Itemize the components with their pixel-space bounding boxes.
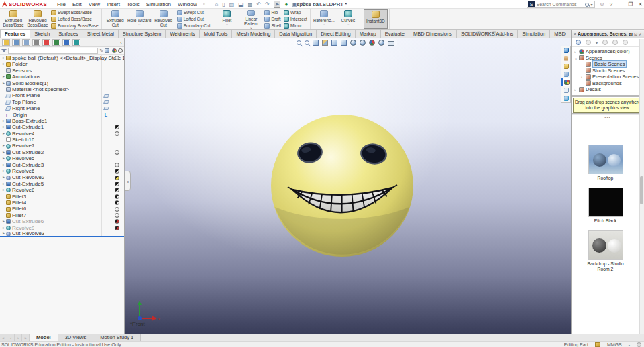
ribbon-button-linear-pattern[interactable]: Linear Pattern⌄	[239, 9, 263, 29]
cube-icon[interactable]	[105, 48, 109, 53]
tab-mbd[interactable]: MBD	[549, 29, 570, 38]
ribbon-button-rib[interactable]: Rib	[264, 9, 280, 15]
display-sphere-black-icon[interactable]	[115, 169, 119, 174]
tree-item-origin[interactable]: LOriginL	[0, 112, 124, 118]
display-sphere-white-icon[interactable]	[115, 207, 119, 212]
expand-arrow-icon[interactable]: ▸	[1, 55, 6, 61]
file-explorer-icon[interactable]	[561, 62, 570, 70]
view-orientation-icon[interactable]	[341, 40, 347, 46]
tree-item-solid-bodies-1-[interactable]: ▸Solid Bodies(1)	[0, 80, 124, 86]
zoom-to-area-icon[interactable]	[305, 40, 309, 45]
display-sphere-black-icon[interactable]	[115, 125, 119, 129]
scene-thumbnail-rooftop[interactable]: Rooftop	[584, 145, 627, 181]
search-input[interactable]	[537, 2, 586, 7]
menu-view[interactable]: View	[85, 1, 103, 7]
rebuild-traffic-light-icon[interactable]: ●	[284, 1, 288, 7]
tree-item-sensors[interactable]: Sensors	[0, 68, 124, 74]
expand-arrow-icon[interactable]: ▸	[1, 155, 6, 161]
doc-restore-icon[interactable]: ❐	[492, 31, 496, 37]
prev-tab-icon[interactable]: ‹	[7, 334, 15, 341]
tab-structure-system[interactable]: Structure System	[118, 29, 166, 38]
tree-filter-input[interactable]	[8, 48, 98, 54]
file-properties-icon[interactable]: ▣	[292, 1, 297, 7]
scene-tree-decals[interactable]: ›Decals	[572, 86, 644, 93]
tree-item-cut-extrude6[interactable]: ▸Cut-Extrude6	[0, 218, 124, 224]
scene-thumbnail-pitch[interactable]: Pitch Black	[584, 188, 627, 224]
open-icon[interactable]: ▤	[229, 1, 235, 7]
menu-simulation[interactable]: Simulation	[143, 1, 174, 7]
tree-item-cut-revolve2[interactable]: ▸Cut-Revolve2	[0, 174, 124, 180]
expand-arrow-icon[interactable]: ›	[574, 88, 579, 92]
tab-mbd-dimensions[interactable]: MBD Dimensions	[409, 29, 457, 38]
tree-item-revolve5[interactable]: ▸Revolve5	[0, 155, 124, 161]
smiley-ball-model[interactable]: x	[125, 38, 571, 335]
ribbon-button-extruded-boss-base[interactable]: Extruded Boss/Base	[1, 9, 25, 29]
dropdown-caret-icon[interactable]: ⌄	[138, 23, 141, 25]
configurationmanager-icon[interactable]	[22, 39, 30, 46]
appearance-sphere-icon[interactable]	[602, 40, 608, 45]
expand-arrow-icon[interactable]: ▸	[1, 181, 6, 187]
edit-appearance-icon[interactable]	[369, 40, 375, 46]
minimize-button[interactable]: —	[617, 1, 623, 7]
ribbon-button-hole-wizard[interactable]: Hole Wizard⌄	[127, 9, 152, 29]
search-commands-box[interactable]: S ▾	[527, 1, 595, 8]
redo-icon[interactable]: ↷	[265, 1, 270, 7]
tree-item-top-plane[interactable]: Top Plane	[0, 99, 124, 105]
expand-arrow-icon[interactable]: ▸	[1, 168, 6, 174]
display-sphere-white-icon[interactable]	[115, 131, 119, 136]
print-icon[interactable]: ▦	[248, 1, 253, 7]
display-sphere-black-icon[interactable]	[115, 200, 119, 205]
tree-item-revolve7[interactable]: ▸Revolve7	[0, 143, 124, 149]
expand-arrow-icon[interactable]: ▸	[1, 143, 6, 149]
tab-markup[interactable]: Markup	[355, 29, 381, 38]
display-sphere-white-icon[interactable]	[115, 150, 119, 155]
expand-arrow-icon[interactable]: ⌄	[574, 56, 579, 60]
menu-window[interactable]: Window	[174, 1, 200, 7]
tab-weldments[interactable]: Weldments	[165, 29, 199, 38]
display-style-icon[interactable]	[350, 40, 356, 46]
panel-scrollbar[interactable]	[639, 39, 644, 335]
tab-features[interactable]: Features	[0, 29, 30, 38]
view-settings-icon[interactable]	[388, 41, 394, 46]
ribbon-button-boundary-boss-base[interactable]: Boundary Boss/Base	[51, 23, 99, 29]
tree-item-sketch10[interactable]: Sketch10	[0, 137, 124, 143]
color-wheel-icon[interactable]	[112, 48, 117, 53]
section-view-icon[interactable]	[322, 40, 328, 46]
propertymanager-icon[interactable]	[12, 39, 20, 46]
tree-item-revolve6[interactable]: ▸Revolve6	[0, 168, 124, 174]
tree-item-revolve8[interactable]: ▸Revolve8	[0, 187, 124, 193]
expand-arrow-icon[interactable]: ▸	[1, 149, 6, 155]
solidworks-forum-icon[interactable]	[561, 94, 570, 102]
dynamic-annotation-icon[interactable]	[331, 40, 337, 46]
display-sphere-red-icon[interactable]	[115, 219, 119, 224]
ribbon-button-mirror[interactable]: Mirror	[284, 23, 307, 29]
tree-item-cut-revolve3[interactable]: ▸Cut-Revolve3	[0, 231, 124, 237]
save-icon[interactable]: ⬓	[238, 1, 244, 7]
tree-item-cut-extrude3[interactable]: ▸Cut-Extrude3	[0, 162, 124, 168]
tree-item-revolve4[interactable]: ▸Revolve4	[0, 131, 124, 137]
zoom-to-fit-icon[interactable]	[297, 40, 301, 45]
user-account-icon[interactable]: ☺	[600, 1, 605, 7]
panel-options-icon[interactable]: ⊡	[634, 31, 637, 36]
ribbon-button-intersect[interactable]: Intersect	[284, 16, 307, 22]
help-icon[interactable]: ?	[610, 1, 612, 7]
expand-arrow-icon[interactable]: ▸	[1, 131, 6, 137]
tree-item-annotations[interactable]: ▸Annotations	[0, 74, 124, 80]
tree-item-root[interactable]: ▸spoke ball (Default) <<Default>_Display…	[0, 55, 124, 61]
custom-properties-icon[interactable]	[561, 86, 570, 94]
tab-mesh-modeling[interactable]: Mesh Modeling	[231, 29, 275, 38]
dropdown-caret-icon[interactable]: ⌄	[346, 23, 350, 25]
menu-insert[interactable]: Insert	[103, 1, 123, 7]
featuremanager-tree-icon[interactable]	[2, 39, 10, 46]
ribbon-button-swept-cut[interactable]: Swept Cut	[177, 9, 211, 15]
scrollbar-thumb[interactable]	[640, 176, 643, 204]
display-sphere-black-icon[interactable]	[115, 194, 119, 199]
display-sphere-black-icon[interactable]	[115, 182, 119, 186]
expand-arrow-icon[interactable]: ▸	[1, 218, 6, 224]
tab-evaluate[interactable]: Evaluate	[380, 29, 409, 38]
scene-tree-appearances-color-[interactable]: ›Appearances(color)	[572, 48, 644, 55]
scene-tree-backgrounds[interactable]: Backgrounds	[572, 80, 644, 87]
filter-funnel-icon[interactable]	[1, 49, 7, 52]
menu-edit[interactable]: Edit	[69, 1, 85, 7]
expand-arrow-icon[interactable]: ▸	[1, 61, 6, 67]
